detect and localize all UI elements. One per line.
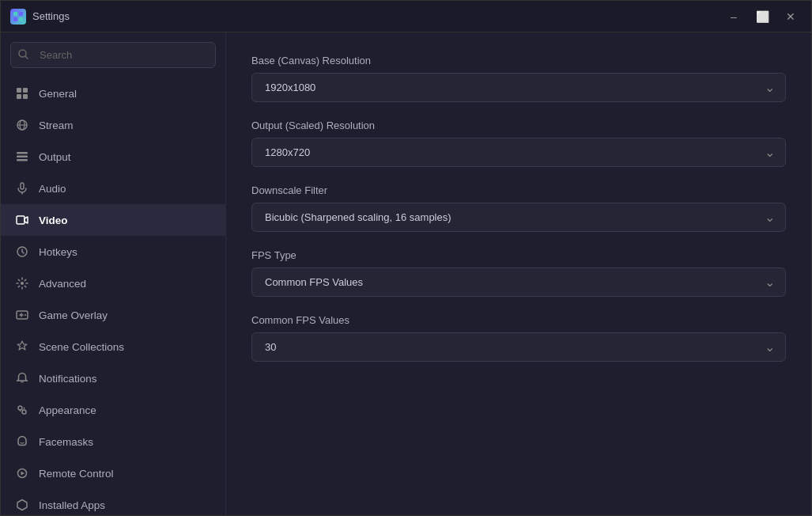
nav-list: GeneralStreamOutputAudioVideoHotkeysAdva… [1, 78, 225, 515]
setting-group-downscale-filter: Downscale FilterBicubic (Sharpened scali… [251, 184, 786, 232]
notifications-icon [15, 371, 29, 385]
svg-rect-3 [19, 17, 23, 21]
search-icon [18, 49, 28, 62]
installed-apps-icon [15, 498, 29, 512]
window-controls: – ⬜ ✕ [723, 8, 802, 25]
svg-rect-0 [13, 12, 17, 16]
sidebar-label-audio: Audio [39, 183, 66, 195]
content-area: GeneralStreamOutputAudioVideoHotkeysAdva… [1, 32, 811, 515]
sidebar-label-appearance: Appearance [39, 404, 96, 416]
sidebar-item-advanced[interactable]: Advanced [1, 267, 225, 299]
hotkeys-icon [15, 245, 29, 259]
output-icon [15, 150, 29, 164]
app-icon [10, 9, 26, 25]
sidebar-label-stream: Stream [39, 120, 74, 131]
settings-window: Settings – ⬜ ✕ GeneralStreamOutputAudioV… [0, 0, 812, 516]
game-overlay-icon [15, 308, 29, 322]
sidebar-label-facemasks: Facemasks [39, 436, 93, 448]
svg-rect-8 [17, 94, 21, 99]
title-bar: Settings – ⬜ ✕ [1, 1, 811, 32]
search-input[interactable] [10, 42, 216, 68]
audio-icon [15, 181, 29, 195]
sidebar-item-game-overlay[interactable]: Game Overlay [1, 299, 225, 331]
advanced-icon [15, 276, 29, 290]
sidebar-label-output: Output [39, 151, 71, 163]
select-common-fps-values[interactable]: 242529.9730485059.9460 [251, 332, 786, 362]
video-icon [15, 213, 29, 227]
select-wrapper-fps-type: Common FPS ValuesInteger FPS ValueFracti… [251, 267, 786, 297]
settings-list: Base (Canvas) Resolution1920x10801280x72… [251, 55, 786, 362]
svg-rect-14 [17, 156, 28, 158]
svg-rect-16 [21, 183, 24, 189]
sidebar-label-hotkeys: Hotkeys [39, 246, 77, 258]
sidebar-label-scene-collections: Scene Collections [39, 341, 124, 353]
svg-rect-9 [23, 94, 28, 99]
svg-rect-6 [17, 88, 21, 93]
window-title: Settings [32, 10, 70, 22]
sidebar-item-installed-apps[interactable]: Installed Apps [1, 489, 225, 515]
remote-control-icon [15, 466, 29, 480]
title-bar-left: Settings [10, 9, 70, 25]
svg-rect-7 [23, 88, 28, 93]
select-downscale-filter[interactable]: Bicubic (Sharpened scaling, 16 samples)B… [251, 203, 786, 232]
facemasks-icon [15, 434, 29, 449]
select-wrapper-downscale-filter: Bicubic (Sharpened scaling, 16 samples)B… [251, 203, 786, 232]
sidebar-item-hotkeys[interactable]: Hotkeys [1, 236, 225, 267]
sidebar-item-facemasks[interactable]: Facemasks [1, 426, 225, 457]
svg-point-20 [21, 282, 24, 285]
sidebar-item-remote-control[interactable]: Remote Control [1, 457, 225, 489]
sidebar-label-video: Video [39, 214, 68, 226]
stream-icon [15, 118, 29, 132]
sidebar-item-notifications[interactable]: Notifications [1, 362, 225, 394]
sidebar: GeneralStreamOutputAudioVideoHotkeysAdva… [1, 32, 226, 515]
general-icon [15, 86, 29, 101]
search-box [10, 42, 216, 68]
svg-point-26 [22, 410, 26, 414]
sidebar-label-remote-control: Remote Control [39, 468, 114, 480]
select-wrapper-output-resolution: 1280x7201920x1080854x480640x360 [251, 138, 786, 167]
maximize-button[interactable]: ⬜ [751, 8, 773, 25]
svg-rect-15 [17, 159, 28, 161]
setting-group-common-fps-values: Common FPS Values242529.9730485059.9460 [251, 314, 786, 362]
sidebar-label-game-overlay: Game Overlay [39, 309, 108, 321]
main-content: Base (Canvas) Resolution1920x10801280x72… [226, 32, 811, 515]
select-output-resolution[interactable]: 1280x7201920x1080854x480640x360 [251, 138, 786, 167]
setting-group-base-resolution: Base (Canvas) Resolution1920x10801280x72… [251, 55, 786, 102]
sidebar-label-installed-apps: Installed Apps [39, 499, 105, 511]
svg-line-5 [25, 56, 28, 59]
svg-point-24 [25, 314, 26, 316]
sidebar-item-general[interactable]: General [1, 78, 225, 109]
svg-rect-1 [19, 12, 23, 16]
select-wrapper-base-resolution: 1920x10801280x7202560x14403840x2160 [251, 73, 786, 102]
setting-label-downscale-filter: Downscale Filter [251, 184, 786, 196]
select-fps-type[interactable]: Common FPS ValuesInteger FPS ValueFracti… [251, 267, 786, 297]
sidebar-item-scene-collections[interactable]: Scene Collections [1, 331, 225, 362]
svg-rect-13 [17, 152, 28, 154]
setting-group-fps-type: FPS TypeCommon FPS ValuesInteger FPS Val… [251, 249, 786, 297]
sidebar-item-appearance[interactable]: Appearance [1, 394, 225, 426]
close-button[interactable]: ✕ [780, 8, 802, 25]
sidebar-label-notifications: Notifications [39, 373, 97, 385]
select-base-resolution[interactable]: 1920x10801280x7202560x14403840x2160 [251, 73, 786, 102]
sidebar-label-general: General [39, 88, 77, 100]
appearance-icon [15, 403, 29, 417]
sidebar-item-output[interactable]: Output [1, 141, 225, 173]
svg-rect-18 [17, 216, 25, 224]
select-wrapper-common-fps-values: 242529.9730485059.9460 [251, 332, 786, 362]
svg-marker-28 [21, 472, 25, 476]
minimize-button[interactable]: – [723, 8, 745, 25]
sidebar-item-video[interactable]: Video [1, 204, 225, 236]
setting-label-output-resolution: Output (Scaled) Resolution [251, 120, 786, 131]
svg-rect-2 [13, 17, 17, 21]
setting-label-common-fps-values: Common FPS Values [251, 314, 786, 326]
sidebar-item-audio[interactable]: Audio [1, 173, 225, 204]
setting-label-fps-type: FPS Type [251, 249, 786, 261]
sidebar-item-stream[interactable]: Stream [1, 109, 225, 141]
setting-label-base-resolution: Base (Canvas) Resolution [251, 55, 786, 66]
sidebar-label-advanced: Advanced [39, 278, 86, 290]
setting-group-output-resolution: Output (Scaled) Resolution1280x7201920x1… [251, 120, 786, 167]
svg-point-25 [18, 406, 22, 410]
scene-collections-icon [15, 340, 29, 354]
